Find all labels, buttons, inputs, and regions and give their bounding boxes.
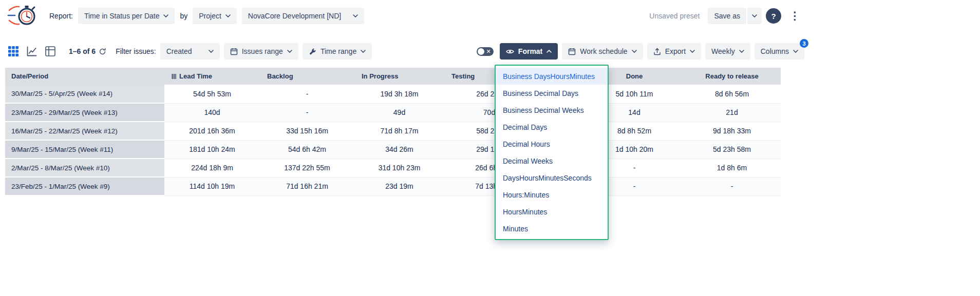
chevron-down-icon [353, 14, 358, 17]
col-header-lead-time[interactable]: Lead Time [164, 68, 260, 85]
chevron-down-icon [225, 14, 231, 17]
columns-button[interactable]: Columns [755, 43, 804, 60]
filter-field-select[interactable]: Created [160, 43, 220, 60]
table-header-row: Date/Period Lead Time Backlog In Progres… [5, 68, 781, 85]
pivot-view-icon[interactable] [44, 45, 56, 57]
chevron-up-icon [546, 50, 552, 53]
top-bar: Report: Time in Status per Date by Proje… [0, 0, 812, 32]
view-switcher [7, 45, 56, 57]
issue-count: 1–6 of 6 [69, 47, 106, 55]
format-menu-item[interactable]: Decimal Weeks [496, 152, 608, 169]
table-row: 16/Mar/25 - 22/Mar/25 (Week #12) 201d 16… [5, 122, 781, 140]
save-as-caret-button[interactable] [747, 8, 762, 24]
issues-range-button[interactable]: Issues range [224, 43, 298, 60]
work-schedule-button[interactable]: Work schedule [562, 43, 643, 60]
cell-lead-time: 140d [164, 103, 260, 122]
chevron-down-icon [752, 14, 757, 17]
cell-period: 23/Mar/25 - 29/Mar/25 (Week #13) [5, 103, 164, 122]
cell-ready: - [683, 177, 781, 195]
report-type-value: Time in Status per Date [84, 12, 160, 20]
format-menu-item[interactable]: Decimal Hours [496, 135, 608, 152]
project-value: NovaCore Development [ND] [248, 12, 341, 20]
cell-backlog: - [260, 85, 354, 103]
export-button[interactable]: Export [647, 43, 701, 60]
format-menu-item[interactable]: DaysHoursMinutesSeconds [496, 169, 608, 186]
time-range-button[interactable]: Time range [303, 43, 372, 60]
cell-ready: 1d 8h 6m [683, 159, 781, 177]
format-menu-item[interactable]: Business Decimal Days [496, 85, 608, 102]
table-row: 23/Mar/25 - 29/Mar/25 (Week #13) 140d - … [5, 103, 781, 122]
cell-backlog: 137d 22h 55m [260, 159, 354, 177]
chevron-down-icon [209, 50, 214, 53]
cell-in-progress: 71d 8h 17m [354, 122, 444, 140]
help-button[interactable]: ? [766, 8, 781, 24]
cell-in-progress: 23d 19m [354, 177, 444, 195]
format-menu-item[interactable]: Decimal Days [496, 119, 608, 135]
cell-in-progress: 34d 26m [354, 140, 444, 159]
cell-backlog: 33d 15h 16m [260, 122, 354, 140]
cell-lead-time: 181d 10h 24m [164, 140, 260, 159]
cell-ready: 9d 18h 33m [683, 122, 781, 140]
cell-lead-time: 201d 16h 36m [164, 122, 260, 140]
eye-icon [506, 49, 514, 54]
format-menu-item[interactable]: Business DaysHoursMinutes [496, 68, 608, 85]
table-view-icon[interactable] [7, 45, 20, 57]
filter-issues-label: Filter issues: [116, 47, 156, 55]
app-logo-icon [7, 2, 38, 30]
topbar-right-group: Unsaved preset Save as ? ⋮ [649, 8, 804, 24]
format-menu-item[interactable]: Minutes [496, 220, 608, 237]
chevron-down-icon [793, 50, 798, 53]
format-menu-item[interactable]: Business Decimal Weeks [496, 102, 608, 119]
cell-ready: 21d [683, 103, 781, 122]
chevron-down-icon [632, 50, 637, 53]
cell-in-progress: 49d [354, 103, 444, 122]
columns-count-badge: 3 [800, 39, 808, 48]
table-row: 2/Mar/25 - 8/Mar/25 (Week #10) 224d 18h … [5, 159, 781, 177]
cell-period: 2/Mar/25 - 8/Mar/25 (Week #10) [5, 159, 164, 177]
cell-in-progress: 19d 3h 18m [354, 85, 444, 103]
column-grip-icon [172, 74, 176, 79]
report-label: Report: [49, 12, 73, 20]
table-row: 23/Feb/25 - 1/Mar/25 (Week #9) 114d 10h … [5, 177, 781, 195]
toggle-switch[interactable]: ✕ [477, 47, 494, 56]
cell-period: 16/Mar/25 - 22/Mar/25 (Week #12) [5, 122, 164, 140]
format-button[interactable]: Format [500, 43, 558, 60]
by-label: by [180, 12, 187, 20]
calendar-icon [230, 48, 238, 55]
cell-lead-time: 114d 10h 19m [164, 177, 260, 195]
period-select[interactable]: Weekly [705, 43, 750, 60]
cell-period: 30/Mar/25 - 5/Apr/25 (Week #14) [5, 85, 164, 103]
cell-ready: 5d 23h 58m [683, 140, 781, 159]
chevron-down-icon [163, 14, 168, 17]
group-by-select[interactable]: Project [193, 8, 237, 24]
save-as-button[interactable]: Save as [708, 8, 746, 24]
table-row: 9/Mar/25 - 15/Mar/25 (Week #11) 181d 10h… [5, 140, 781, 159]
format-menu-item[interactable]: HoursMinutes [496, 203, 608, 220]
col-header-ready[interactable]: Ready to release [683, 68, 781, 85]
chevron-down-icon [287, 50, 292, 53]
toggle-knob-icon [478, 48, 484, 55]
cell-lead-time: 224d 18h 9m [164, 159, 260, 177]
app-content: Report: Time in Status per Date by Proje… [0, 0, 812, 196]
refresh-icon[interactable] [99, 48, 106, 55]
col-header-backlog[interactable]: Backlog [260, 68, 354, 85]
preset-status: Unsaved preset [649, 12, 700, 20]
report-table: Date/Period Lead Time Backlog In Progres… [5, 68, 781, 196]
issue-count-text: 1–6 of 6 [69, 47, 96, 55]
format-menu-item[interactable]: Hours:Minutes [496, 186, 608, 203]
cell-ready: 8d 6h 56m [683, 85, 781, 103]
chart-view-icon[interactable] [26, 45, 38, 57]
cell-backlog: 71d 16h 21m [260, 177, 354, 195]
cell-lead-time: 54d 5h 53m [164, 85, 260, 103]
table-row: 30/Mar/25 - 5/Apr/25 (Week #14) 54d 5h 5… [5, 85, 781, 103]
col-header-date-period[interactable]: Date/Period [5, 68, 164, 85]
app-page: Report: Time in Status per Date by Proje… [0, 0, 980, 296]
cell-period: 23/Feb/25 - 1/Mar/25 (Week #9) [5, 177, 164, 195]
report-type-select[interactable]: Time in Status per Date [78, 8, 175, 24]
chevron-down-icon [739, 50, 744, 53]
format-dropdown-menu: Business DaysHoursMinutes Business Decim… [495, 65, 609, 240]
project-select[interactable]: NovaCore Development [ND] [242, 8, 364, 24]
chevron-down-icon [690, 50, 695, 53]
more-options-button[interactable]: ⋮ [785, 8, 804, 24]
col-header-in-progress[interactable]: In Progress [354, 68, 444, 85]
